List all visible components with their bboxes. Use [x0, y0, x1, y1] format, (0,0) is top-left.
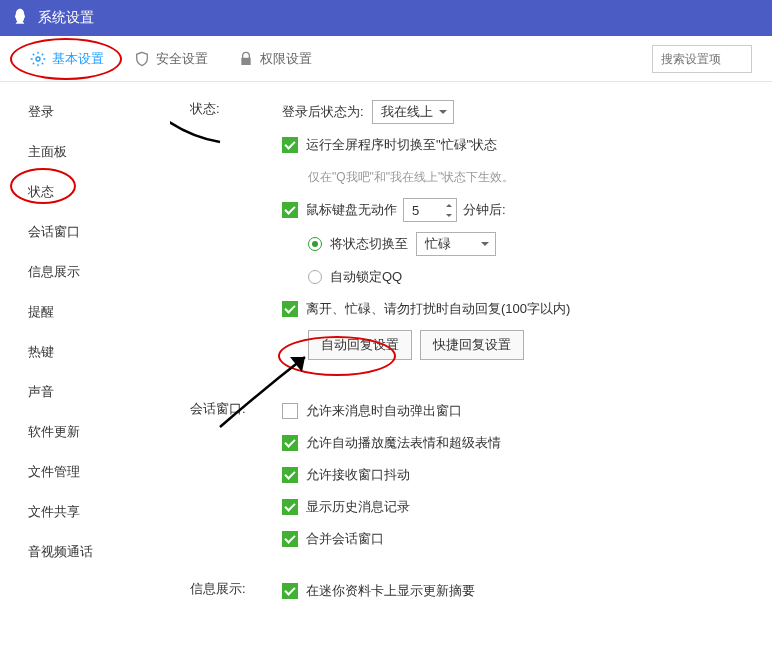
idle-suffix: 分钟后: [463, 201, 506, 219]
fullscreen-busy-label: 运行全屏程序时切换至"忙碌"状态 [306, 136, 497, 154]
checkbox-merge[interactable] [282, 531, 298, 547]
checkbox-popup[interactable] [282, 403, 298, 419]
section-info: 信息展示: 在迷你资料卡上显示更新摘要 [190, 580, 752, 612]
checkbox-fullscreen-busy[interactable] [282, 137, 298, 153]
sidebar-item-notify[interactable]: 提醒 [28, 292, 170, 332]
radio-idle-lock[interactable] [308, 270, 322, 284]
section-status: 状态: 登录后状态为: 我在线上 运行全屏程序时切换至"忙碌"状态 仅在"Q我吧… [190, 100, 752, 370]
login-status-label: 登录后状态为: [282, 103, 364, 121]
section-info-label: 信息展示: [190, 580, 282, 612]
idle-switch-label: 将状态切换至 [330, 235, 408, 253]
shake-label: 允许接收窗口抖动 [306, 466, 410, 484]
sidebar-item-av[interactable]: 音视频通话 [28, 532, 170, 572]
sidebar-item-fileshare[interactable]: 文件共享 [28, 492, 170, 532]
sidebar-item-info[interactable]: 信息展示 [28, 252, 170, 292]
window-title: 系统设置 [38, 9, 94, 27]
svg-point-0 [36, 57, 40, 61]
idle-minutes-input[interactable]: 5 [403, 198, 457, 222]
titlebar: 系统设置 [0, 0, 772, 36]
tab-permission[interactable]: 权限设置 [238, 50, 312, 68]
lock-icon [238, 51, 254, 67]
history-label: 显示历史消息记录 [306, 498, 410, 516]
checkbox-auto-reply[interactable] [282, 301, 298, 317]
section-status-label: 状态: [190, 100, 282, 370]
penguin-icon [10, 7, 30, 30]
sidebar-item-update[interactable]: 软件更新 [28, 412, 170, 452]
tab-basic[interactable]: 基本设置 [30, 50, 104, 68]
merge-label: 合并会话窗口 [306, 530, 384, 548]
idle-prefix: 鼠标键盘无动作 [306, 201, 397, 219]
magic-label: 允许自动播放魔法表情和超级表情 [306, 434, 501, 452]
tab-basic-label: 基本设置 [52, 50, 104, 68]
popup-label: 允许来消息时自动弹出窗口 [306, 402, 462, 420]
section-chat-label: 会话窗口: [190, 400, 282, 560]
tabs-bar: 基本设置 安全设置 权限设置 [0, 36, 772, 82]
checkbox-magic[interactable] [282, 435, 298, 451]
auto-reply-settings-button[interactable]: 自动回复设置 [308, 330, 412, 360]
idle-spin-down[interactable] [442, 210, 456, 221]
sidebar-item-sound[interactable]: 声音 [28, 372, 170, 412]
sidebar-item-login[interactable]: 登录 [28, 92, 170, 132]
content-area: 状态: 登录后状态为: 我在线上 运行全屏程序时切换至"忙碌"状态 仅在"Q我吧… [170, 82, 772, 658]
search-input[interactable] [652, 45, 752, 73]
sidebar-item-chat[interactable]: 会话窗口 [28, 212, 170, 252]
tab-security-label: 安全设置 [156, 50, 208, 68]
checkbox-shake[interactable] [282, 467, 298, 483]
card-digest-label: 在迷你资料卡上显示更新摘要 [306, 582, 475, 600]
section-chat: 会话窗口: 允许来消息时自动弹出窗口 允许自动播放魔法表情和超级表情 允许接收窗… [190, 400, 752, 560]
sidebar: 登录 主面板 状态 会话窗口 信息展示 提醒 热键 声音 软件更新 文件管理 文… [0, 82, 170, 658]
idle-switch-select[interactable]: 忙碌 [416, 232, 496, 256]
shield-icon [134, 51, 150, 67]
sidebar-item-hotkey[interactable]: 热键 [28, 332, 170, 372]
auto-reply-label: 离开、忙碌、请勿打扰时自动回复(100字以内) [306, 300, 570, 318]
checkbox-idle[interactable] [282, 202, 298, 218]
quick-reply-settings-button[interactable]: 快捷回复设置 [420, 330, 524, 360]
sidebar-item-filemgr[interactable]: 文件管理 [28, 452, 170, 492]
tab-permission-label: 权限设置 [260, 50, 312, 68]
login-status-select[interactable]: 我在线上 [372, 100, 454, 124]
sidebar-item-mainpanel[interactable]: 主面板 [28, 132, 170, 172]
checkbox-card-digest[interactable] [282, 583, 298, 599]
idle-spin-up[interactable] [442, 199, 456, 210]
radio-idle-switch[interactable] [308, 237, 322, 251]
checkbox-history[interactable] [282, 499, 298, 515]
fullscreen-hint: 仅在"Q我吧"和"我在线上"状态下生效。 [308, 169, 514, 186]
tab-security[interactable]: 安全设置 [134, 50, 208, 68]
sidebar-item-status[interactable]: 状态 [28, 172, 170, 212]
idle-lock-label: 自动锁定QQ [330, 268, 402, 286]
gear-icon [30, 51, 46, 67]
